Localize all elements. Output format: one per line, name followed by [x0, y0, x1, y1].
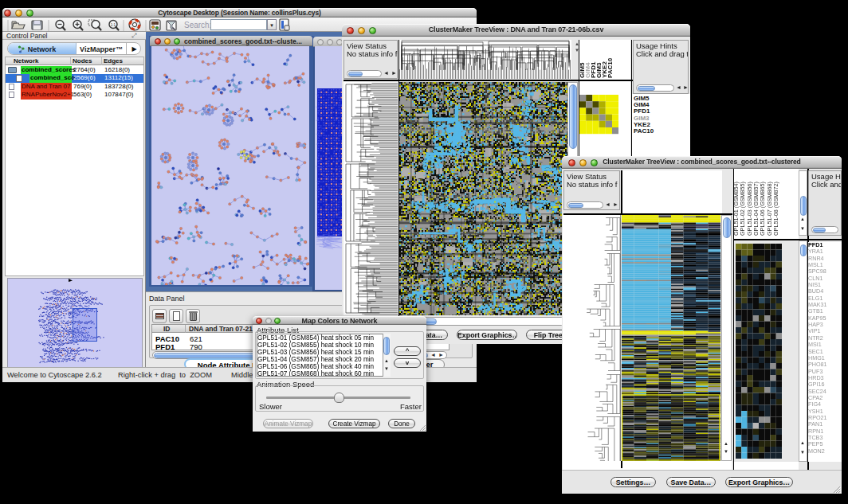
svg-text:1:1: 1:1: [111, 23, 116, 27]
